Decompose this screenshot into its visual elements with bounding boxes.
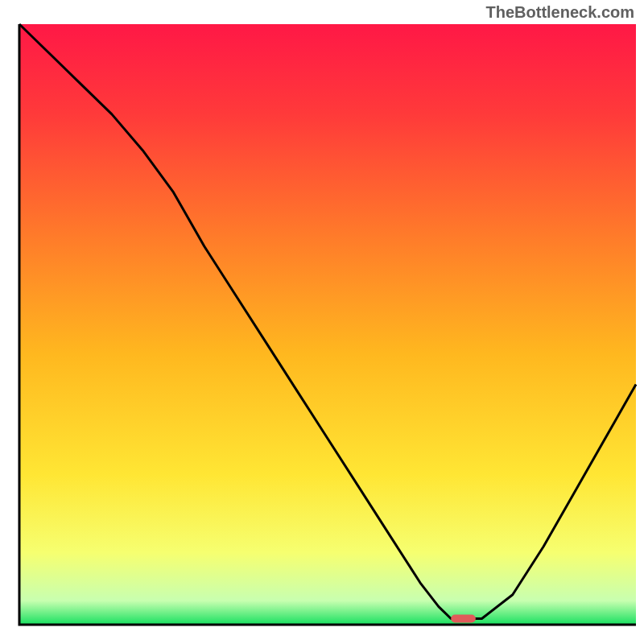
watermark-text: TheBottleneck.com bbox=[486, 3, 634, 22]
bottleneck-chart bbox=[0, 0, 644, 644]
optimal-marker bbox=[451, 615, 476, 623]
chart-container: TheBottleneck.com bbox=[0, 0, 644, 644]
